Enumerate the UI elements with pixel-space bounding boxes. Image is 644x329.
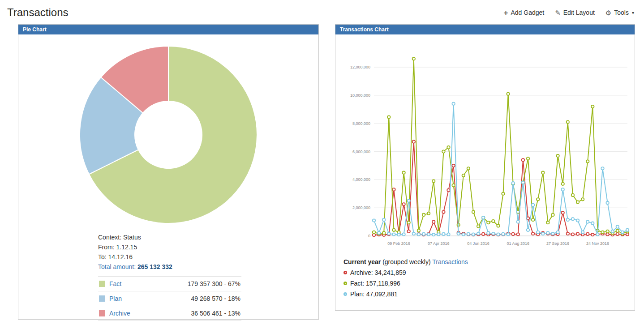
add-gadget-button[interactable]: + Add Gadget: [504, 9, 545, 17]
data-point-plan[interactable]: [541, 232, 544, 235]
data-point-fact[interactable]: [387, 115, 390, 118]
data-point-plan[interactable]: [512, 182, 515, 184]
data-point-archive[interactable]: [402, 203, 405, 205]
data-point-plan[interactable]: [487, 231, 489, 234]
data-point-plan[interactable]: [537, 231, 539, 234]
data-point-fact[interactable]: [432, 179, 435, 182]
data-point-fact[interactable]: [601, 231, 604, 234]
data-point-plan[interactable]: [442, 233, 445, 235]
data-point-archive[interactable]: [432, 220, 435, 223]
data-point-plan[interactable]: [596, 233, 599, 235]
data-point-plan[interactable]: [402, 233, 405, 235]
data-point-plan[interactable]: [497, 233, 499, 235]
data-point-plan[interactable]: [591, 222, 594, 225]
data-point-plan[interactable]: [562, 188, 564, 191]
data-point-plan[interactable]: [472, 233, 475, 235]
data-point-archive[interactable]: [442, 210, 445, 213]
pie-legend-link[interactable]: Plan: [109, 295, 122, 302]
data-point-archive[interactable]: [408, 230, 410, 233]
data-point-plan[interactable]: [432, 233, 435, 236]
data-point-fact[interactable]: [373, 231, 375, 234]
data-point-archive[interactable]: [482, 233, 485, 235]
data-point-plan[interactable]: [397, 233, 400, 236]
data-point-fact[interactable]: [616, 230, 619, 232]
tx-legend-item-archive[interactable]: Archive: 34,241,859: [343, 267, 633, 278]
data-point-fact[interactable]: [412, 57, 415, 60]
data-point-fact[interactable]: [492, 220, 494, 222]
data-point-fact[interactable]: [452, 184, 455, 187]
data-point-plan[interactable]: [452, 103, 455, 105]
data-point-fact[interactable]: [571, 194, 574, 197]
data-point-plan[interactable]: [457, 232, 460, 235]
data-point-fact[interactable]: [497, 224, 499, 227]
data-point-fact[interactable]: [586, 160, 589, 162]
transactions-chart-gadget-header[interactable]: Transactions Chart: [335, 25, 635, 34]
data-point-plan[interactable]: [477, 232, 480, 235]
tools-button[interactable]: ⚙ Tools ▾: [605, 9, 634, 16]
data-point-plan[interactable]: [422, 233, 425, 235]
edit-layout-button[interactable]: ✎ Edit Layout: [555, 9, 595, 16]
data-point-archive[interactable]: [586, 233, 589, 235]
data-point-plan[interactable]: [387, 232, 390, 235]
data-point-archive[interactable]: [562, 211, 564, 214]
data-point-plan[interactable]: [462, 233, 465, 235]
data-point-fact[interactable]: [477, 225, 480, 227]
data-point-plan[interactable]: [447, 233, 450, 235]
data-point-archive[interactable]: [606, 233, 609, 235]
data-point-archive[interactable]: [522, 158, 524, 161]
data-point-archive[interactable]: [517, 233, 519, 235]
data-point-fact[interactable]: [581, 198, 584, 201]
data-point-plan[interactable]: [507, 233, 509, 235]
data-point-plan[interactable]: [392, 233, 395, 235]
data-point-plan[interactable]: [621, 231, 624, 234]
data-point-fact[interactable]: [408, 221, 410, 224]
data-point-fact[interactable]: [417, 229, 420, 232]
data-point-plan[interactable]: [412, 232, 415, 235]
data-point-fact[interactable]: [447, 146, 450, 149]
data-point-archive[interactable]: [567, 232, 569, 235]
tx-legend-item-fact[interactable]: Fact: 157,118,996: [343, 278, 633, 289]
data-point-plan[interactable]: [601, 167, 604, 170]
data-point-fact[interactable]: [422, 214, 425, 216]
transactions-link[interactable]: Transactions: [432, 258, 468, 265]
data-point-plan[interactable]: [502, 233, 504, 235]
data-point-plan[interactable]: [437, 233, 440, 235]
data-point-plan[interactable]: [378, 231, 380, 234]
data-point-archive[interactable]: [392, 188, 395, 191]
data-point-fact[interactable]: [382, 231, 385, 234]
data-point-fact[interactable]: [551, 214, 554, 216]
data-point-plan[interactable]: [408, 199, 410, 202]
data-point-archive[interactable]: [447, 189, 450, 192]
data-point-fact[interactable]: [606, 230, 609, 233]
data-point-plan[interactable]: [616, 225, 619, 228]
data-point-archive[interactable]: [591, 233, 594, 236]
data-point-plan[interactable]: [482, 216, 485, 219]
data-point-plan[interactable]: [606, 201, 609, 204]
data-point-plan[interactable]: [581, 231, 584, 234]
data-point-fact[interactable]: [537, 198, 539, 201]
data-point-plan[interactable]: [467, 233, 470, 235]
data-point-fact[interactable]: [392, 229, 395, 231]
data-point-archive[interactable]: [571, 233, 574, 235]
data-point-plan[interactable]: [567, 218, 569, 221]
data-point-archive[interactable]: [452, 164, 455, 167]
data-point-archive[interactable]: [532, 232, 534, 235]
data-point-archive[interactable]: [576, 232, 579, 235]
data-point-fact[interactable]: [546, 221, 549, 224]
data-point-plan[interactable]: [427, 233, 430, 235]
data-point-fact[interactable]: [532, 218, 534, 221]
data-point-plan[interactable]: [556, 231, 559, 234]
data-point-fact[interactable]: [402, 171, 405, 174]
data-point-plan[interactable]: [571, 218, 574, 220]
data-point-fact[interactable]: [487, 221, 489, 224]
data-point-plan[interactable]: [517, 220, 519, 223]
data-point-plan[interactable]: [492, 232, 494, 235]
pie-chart-gadget-header[interactable]: Pie Chart: [18, 25, 318, 34]
data-point-fact[interactable]: [541, 171, 544, 174]
data-point-fact[interactable]: [462, 174, 465, 177]
data-point-fact[interactable]: [567, 120, 569, 123]
data-point-plan[interactable]: [551, 232, 554, 235]
data-point-fact[interactable]: [442, 150, 445, 153]
data-point-plan[interactable]: [546, 231, 549, 234]
data-point-fact[interactable]: [591, 105, 594, 108]
